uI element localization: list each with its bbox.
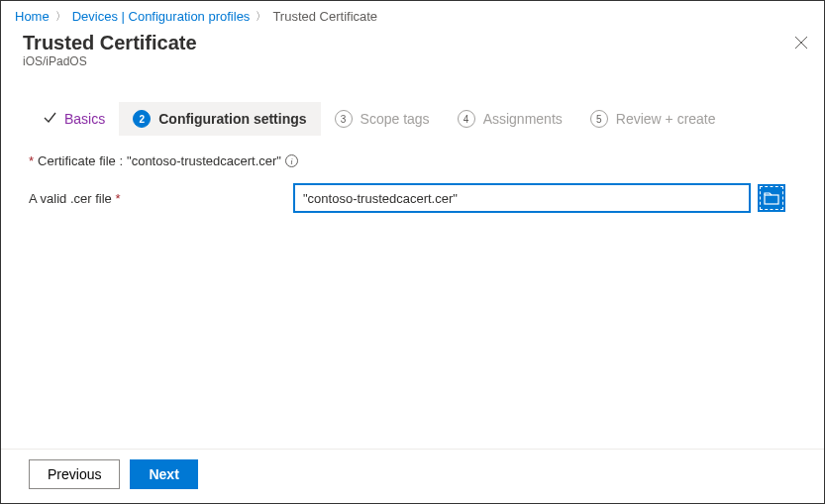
step-number: 5	[590, 110, 608, 128]
info-icon[interactable]: i	[285, 154, 298, 167]
step-number: 2	[133, 110, 151, 128]
close-icon	[794, 36, 808, 50]
cer-file-input[interactable]	[294, 184, 750, 212]
breadcrumb-current: Trusted Certificate	[272, 9, 377, 24]
previous-button[interactable]: Previous	[29, 459, 120, 489]
page-subtitle: iOS/iPadOS	[23, 54, 810, 68]
step-label: Configuration settings	[158, 111, 306, 127]
required-marker: *	[115, 191, 120, 206]
step-label: Assignments	[483, 111, 563, 127]
chevron-right-icon: 〉	[55, 9, 66, 24]
certificate-file-label: * Certificate file : "contoso-trustedcac…	[29, 153, 796, 168]
page-header: Trusted Certificate iOS/iPadOS	[1, 28, 824, 74]
cer-file-label: A valid .cer file *	[29, 191, 286, 206]
step-label: Basics	[64, 111, 105, 127]
step-basics[interactable]: Basics	[29, 103, 119, 136]
next-button[interactable]: Next	[130, 459, 197, 489]
step-review-create[interactable]: 5 Review + create	[576, 102, 730, 136]
wizard-footer: Previous Next	[1, 449, 824, 503]
cer-file-field-row: A valid .cer file *	[29, 184, 796, 212]
step-scope-tags[interactable]: 3 Scope tags	[321, 102, 444, 136]
field-label-text: A valid .cer file	[29, 191, 112, 206]
step-label: Review + create	[616, 111, 716, 127]
folder-icon	[764, 191, 779, 205]
step-label: Scope tags	[361, 111, 430, 127]
svg-rect-2	[765, 195, 778, 204]
chevron-right-icon: 〉	[256, 9, 266, 24]
cert-label-text: Certificate file :	[38, 153, 123, 168]
step-number: 3	[335, 110, 353, 128]
breadcrumb-devices[interactable]: Devices | Configuration profiles	[72, 9, 251, 24]
required-marker: *	[29, 153, 34, 168]
close-button[interactable]	[792, 34, 810, 51]
step-number: 4	[458, 110, 475, 128]
cert-filename: "contoso-trustedcacert.cer"	[127, 153, 281, 168]
wizard-steps: Basics 2 Configuration settings 3 Scope …	[29, 102, 796, 136]
browse-button[interactable]	[758, 184, 785, 212]
breadcrumb-home[interactable]: Home	[15, 9, 50, 24]
content-area: Basics 2 Configuration settings 3 Scope …	[1, 74, 824, 212]
step-configuration-settings[interactable]: 2 Configuration settings	[119, 102, 320, 136]
breadcrumb: Home 〉 Devices | Configuration profiles …	[1, 1, 824, 28]
page-title: Trusted Certificate	[23, 32, 810, 54]
step-assignments[interactable]: 4 Assignments	[444, 102, 576, 136]
checkmark-icon	[43, 111, 56, 128]
